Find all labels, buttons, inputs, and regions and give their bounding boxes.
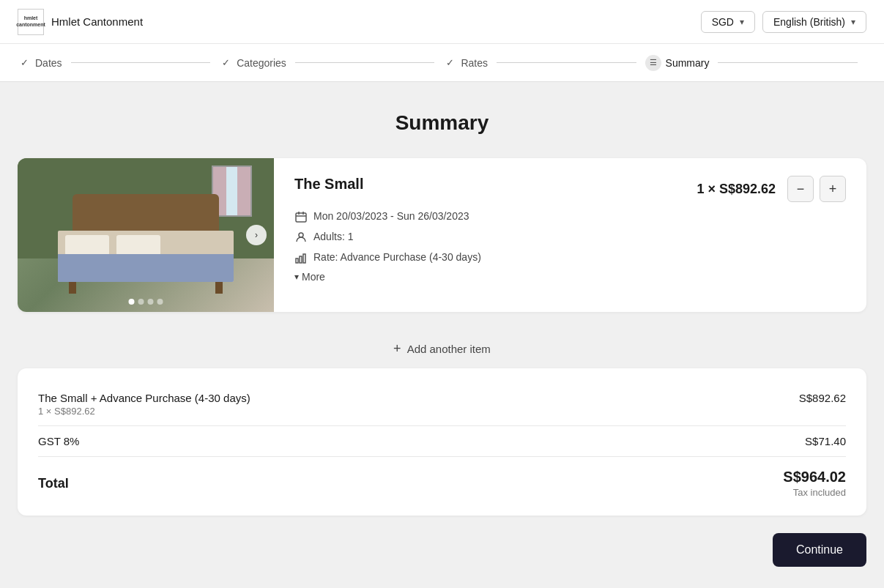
more-link[interactable]: ▾ More — [294, 271, 846, 283]
total-line: Total S$964.02 Tax included — [38, 460, 846, 498]
step-dates[interactable]: ✓ Dates — [18, 56, 62, 70]
more-label: More — [302, 271, 325, 283]
continue-button[interactable]: Continue — [773, 533, 866, 567]
dot-2[interactable] — [138, 299, 144, 305]
step-line — [718, 62, 858, 63]
summary-card: The Small + Advance Purchase (4-30 days)… — [18, 368, 866, 516]
check-icon: ✓ — [18, 56, 31, 70]
summary-item-line: The Small + Advance Purchase (4-30 days)… — [38, 386, 846, 423]
quantity-controls: − + — [787, 176, 846, 202]
divider — [38, 456, 846, 457]
check-icon: ✓ — [219, 56, 232, 70]
room-info: The Small 1 × S$892.62 − + — [274, 158, 866, 312]
room-price-controls: 1 × S$892.62 − + — [697, 176, 846, 202]
continue-row: Continue — [18, 533, 866, 567]
language-label: English (British) — [773, 16, 845, 28]
room-title: The Small — [294, 176, 363, 193]
dot-3[interactable] — [148, 299, 154, 305]
add-item-label: Add another item — [407, 343, 491, 355]
language-dropdown[interactable]: English (British) ▾ — [762, 11, 866, 33]
room-adults-text: Adults: 1 — [313, 231, 353, 242]
step-summary-label: Summary — [666, 57, 710, 69]
check-icon: ✓ — [443, 56, 456, 70]
step-categories[interactable]: ✓ Categories — [219, 56, 286, 70]
header: hmlet cantonment Hmlet Cantonment SGD ▾ … — [0, 0, 884, 44]
bed-decoration — [58, 194, 234, 294]
step-line — [295, 62, 435, 63]
tax-note: Tax included — [783, 487, 846, 498]
list-icon: ☰ — [645, 55, 661, 71]
step-line — [71, 62, 211, 63]
brand-name: Hmlet Cantonment — [51, 15, 143, 28]
room-price: 1 × S$892.62 — [697, 182, 776, 197]
room-rate-text: Rate: Advance Purchase (4-30 days) — [313, 251, 481, 263]
summary-item-qty: 1 × S$892.62 — [38, 406, 250, 417]
total-label: Total — [38, 476, 69, 491]
room-dates-text: Mon 20/03/2023 - Sun 26/03/2023 — [313, 210, 469, 222]
currency-label: SGD — [712, 16, 734, 28]
room-header: The Small 1 × S$892.62 − + — [294, 176, 846, 202]
chevron-down-icon: ▾ — [851, 17, 855, 27]
svg-point-4 — [299, 233, 303, 237]
calendar-icon — [294, 209, 308, 223]
summary-item-title: The Small + Advance Purchase (4-30 days) — [38, 392, 250, 404]
summary-tax-line: GST 8% S$71.40 — [38, 429, 846, 453]
svg-rect-6 — [300, 256, 302, 263]
total-right: S$964.02 Tax included — [783, 469, 846, 498]
dot-1[interactable] — [129, 299, 135, 305]
header-controls: SGD ▾ English (British) ▾ — [701, 11, 866, 33]
carousel-dots — [129, 299, 163, 305]
dot-4[interactable] — [157, 299, 163, 305]
page-title: Summary — [18, 111, 866, 135]
step-categories-label: Categories — [237, 57, 286, 69]
svg-rect-0 — [296, 213, 306, 222]
svg-rect-5 — [296, 258, 298, 263]
decrement-button[interactable]: − — [787, 176, 814, 202]
main-content: Summary — [0, 82, 884, 588]
summary-item-details: The Small + Advance Purchase (4-30 days)… — [38, 392, 250, 417]
currency-dropdown[interactable]: SGD ▾ — [701, 11, 755, 33]
person-icon — [294, 230, 308, 243]
stepper: ✓ Dates ✓ Categories ✓ Rates ☰ Summary — [0, 44, 884, 82]
summary-tax-label: GST 8% — [38, 435, 79, 447]
increment-button[interactable]: + — [820, 176, 846, 202]
summary-tax-amount: S$71.40 — [805, 435, 846, 447]
brand-area: hmlet cantonment Hmlet Cantonment — [18, 9, 143, 35]
logo: hmlet cantonment — [18, 9, 44, 35]
carousel-next-button[interactable]: › — [246, 225, 267, 245]
chevron-down-icon: ▾ — [294, 272, 299, 282]
add-item-row[interactable]: + Add another item — [18, 330, 866, 368]
svg-rect-7 — [303, 254, 305, 263]
chevron-down-icon: ▾ — [740, 17, 744, 27]
step-dates-label: Dates — [35, 57, 62, 69]
room-adults: Adults: 1 — [294, 230, 846, 243]
summary-item-amount: S$892.62 — [799, 392, 846, 404]
room-image: › — [18, 158, 274, 312]
step-rates[interactable]: ✓ Rates — [443, 56, 488, 70]
step-summary[interactable]: ☰ Summary — [645, 55, 710, 71]
plus-icon: + — [393, 341, 401, 357]
room-card: › The Small 1 × S$892.62 − + — [18, 158, 866, 312]
divider — [38, 425, 846, 426]
room-dates: Mon 20/03/2023 - Sun 26/03/2023 — [294, 209, 846, 223]
step-rates-label: Rates — [461, 57, 488, 69]
chart-icon — [294, 250, 308, 264]
step-line — [497, 62, 636, 63]
room-rate: Rate: Advance Purchase (4-30 days) — [294, 250, 846, 264]
total-amount: S$964.02 — [783, 469, 846, 485]
